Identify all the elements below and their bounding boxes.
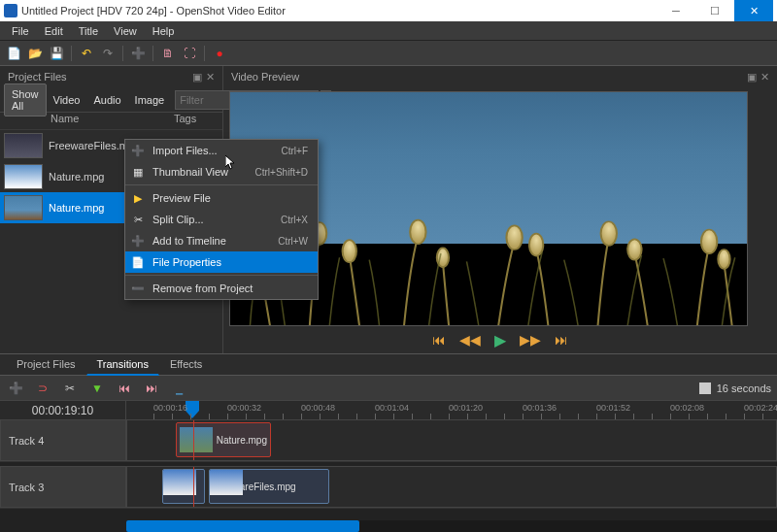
- ruler-tick: 00:00:48: [301, 403, 335, 413]
- profile-button[interactable]: 🗎: [158, 44, 178, 63]
- jump-start-button[interactable]: ⏮: [432, 332, 446, 348]
- save-project-button[interactable]: 💾: [47, 44, 66, 63]
- track-label[interactable]: Track 3: [0, 466, 126, 508]
- timeline-tracks: Track 4 Nature.mpg Track 3 FreewareFiles…: [0, 419, 777, 532]
- razor-button[interactable]: ✂: [60, 379, 80, 398]
- track-lane[interactable]: Nature.mpg: [126, 419, 777, 461]
- ruler-tick: 00:01:04: [375, 403, 409, 413]
- ctx-file-properties[interactable]: 📄 File Properties: [125, 251, 318, 273]
- filter-tab-image[interactable]: Image: [128, 90, 172, 110]
- fullscreen-button[interactable]: ⛶: [180, 44, 199, 63]
- toolbar-sep: [152, 46, 153, 61]
- ruler-tick: 00:02:08: [670, 403, 704, 413]
- timeline-hscroll[interactable]: [126, 520, 777, 532]
- timeline-clip[interactable]: [162, 469, 205, 504]
- track-label[interactable]: Track 4: [0, 419, 126, 461]
- redo-button[interactable]: ↷: [98, 44, 118, 63]
- play-button[interactable]: ▶: [494, 331, 506, 349]
- ctx-thumbnail-view[interactable]: ▦ Thumbnail View Ctrl+Shift+D: [125, 161, 318, 183]
- track-row: Track 4 Nature.mpg: [0, 419, 777, 462]
- timeline-duration: 16 seconds: [717, 382, 771, 394]
- prev-marker-button[interactable]: ⏮: [115, 379, 134, 398]
- open-project-button[interactable]: 📂: [25, 44, 45, 63]
- file-context-menu: ➕ Import Files... Ctrl+F ▦ Thumbnail Vie…: [124, 139, 319, 300]
- play-icon: ▶: [131, 192, 145, 205]
- ctx-import-files[interactable]: ➕ Import Files... Ctrl+F: [125, 140, 318, 161]
- ruler-tick: 00:01:36: [523, 403, 557, 413]
- playhead-icon[interactable]: [186, 401, 199, 418]
- ctx-separator: [125, 275, 318, 276]
- file-thumb-icon: [4, 164, 43, 189]
- scrollbar-thumb[interactable]: [126, 520, 359, 532]
- plus-icon: ➕: [131, 145, 145, 157]
- svg-point-10: [718, 249, 729, 269]
- filter-tab-show-all[interactable]: Show All: [4, 83, 47, 116]
- menu-help[interactable]: Help: [145, 23, 183, 39]
- col-header-name[interactable]: Name: [47, 113, 174, 129]
- undock-icon[interactable]: ▣: [192, 71, 202, 83]
- add-track-button[interactable]: ➕: [6, 379, 25, 398]
- timeline-clip[interactable]: FreewareFiles.mpg: [209, 469, 329, 504]
- maximize-button[interactable]: ☐: [695, 0, 734, 21]
- zoom-handle-icon[interactable]: [699, 382, 711, 394]
- scissors-icon: ✂: [131, 214, 145, 226]
- close-panel-icon[interactable]: ✕: [206, 71, 215, 83]
- file-thumb-icon: [4, 133, 43, 158]
- forward-button[interactable]: ▶▶: [520, 332, 541, 348]
- svg-point-6: [529, 233, 543, 255]
- file-name: Nature.mpg: [49, 202, 104, 214]
- tab-effects[interactable]: Effects: [159, 353, 213, 376]
- timeline-clip[interactable]: Nature.mpg: [176, 422, 271, 457]
- timeline-ruler[interactable]: 00:00:1600:00:3200:00:4800:01:0400:01:20…: [126, 401, 777, 419]
- menu-title[interactable]: Title: [71, 23, 106, 39]
- ruler-tick: 00:01:52: [596, 403, 630, 413]
- bottom-tabs: Project Files Transitions Effects: [0, 353, 777, 375]
- tab-project-files[interactable]: Project Files: [6, 353, 86, 376]
- window-titlebar: Untitled Project [HDV 720 24p] - OpenSho…: [0, 0, 777, 21]
- undo-button[interactable]: ↶: [77, 44, 96, 63]
- app-icon: [4, 4, 17, 17]
- menu-file[interactable]: File: [4, 23, 37, 39]
- project-files-panel: Project Files ▣✕ Show All Video Audio Im…: [0, 66, 223, 353]
- menu-edit[interactable]: Edit: [37, 23, 71, 39]
- ruler-tick: 00:00:32: [227, 403, 261, 413]
- svg-point-7: [601, 221, 617, 246]
- ctx-remove-from-project[interactable]: ➖ Remove from Project: [125, 278, 318, 299]
- video-preview-title: Video Preview: [231, 71, 299, 83]
- import-files-button[interactable]: ➕: [128, 44, 148, 63]
- file-icon: 📄: [131, 256, 145, 269]
- close-window-button[interactable]: ✕: [734, 0, 773, 21]
- center-playhead-button[interactable]: ⎯: [169, 379, 188, 398]
- track-row: Track 3 FreewareFiles.mpg: [0, 466, 777, 509]
- export-button[interactable]: ●: [210, 44, 229, 63]
- filter-tab-video[interactable]: Video: [47, 90, 87, 110]
- track-lane[interactable]: FreewareFiles.mpg: [126, 466, 777, 508]
- clip-thumb-icon: [210, 470, 243, 495]
- marker-button[interactable]: ▼: [87, 379, 107, 398]
- tab-transitions[interactable]: Transitions: [86, 353, 159, 376]
- ctx-add-to-timeline[interactable]: ➕ Add to Timeline Ctrl+W: [125, 230, 318, 251]
- jump-end-button[interactable]: ⏭: [555, 332, 568, 348]
- timeline-toolbar: ➕ ⊃ ✂ ▼ ⏮ ⏭ ⎯ 16 seconds: [0, 375, 777, 400]
- timeline-ruler-row: 00:00:19:10 00:00:1600:00:3200:00:4800:0…: [0, 400, 777, 419]
- next-marker-button[interactable]: ⏭: [142, 379, 161, 398]
- new-project-button[interactable]: 📄: [4, 44, 23, 63]
- menu-view[interactable]: View: [106, 23, 145, 39]
- snap-button[interactable]: ⊃: [33, 379, 52, 398]
- clip-label: Nature.mpg: [217, 435, 267, 446]
- cursor-icon: [225, 155, 237, 171]
- file-thumb-icon: [4, 195, 43, 220]
- ctx-preview-file[interactable]: ▶ Preview File: [125, 187, 318, 209]
- undock-icon[interactable]: ▣: [747, 71, 757, 83]
- minus-icon: ➖: [131, 283, 145, 295]
- svg-point-8: [627, 239, 641, 259]
- filter-tab-audio[interactable]: Audio: [86, 90, 127, 110]
- close-panel-icon[interactable]: ✕: [760, 71, 769, 83]
- col-header-tags[interactable]: Tags: [174, 113, 222, 129]
- rewind-button[interactable]: ◀◀: [459, 332, 481, 348]
- minimize-button[interactable]: ─: [657, 0, 695, 21]
- ctx-split-clip[interactable]: ✂ Split Clip... Ctrl+X: [125, 209, 318, 230]
- ruler-tick: 00:02:24: [744, 403, 777, 413]
- grid-icon: ▦: [131, 166, 145, 179]
- project-files-title: Project Files: [8, 71, 67, 83]
